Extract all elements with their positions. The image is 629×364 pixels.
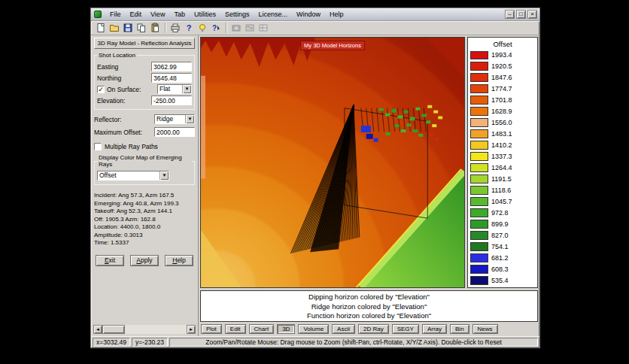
help-icon[interactable]: ? — [182, 22, 195, 34]
reflector-combobox[interactable]: Ridge ▼ — [154, 114, 195, 124]
copy-icon[interactable] — [135, 22, 147, 34]
multiple-ray-paths-label: Multiple Ray Paths — [105, 143, 158, 150]
legend-rows: 1993.41920.51847.61774.71701.81628.91556… — [470, 50, 535, 286]
legend-value: 535.4 — [491, 277, 509, 284]
legend-value: 1483.1 — [491, 130, 512, 138]
tab-volume[interactable]: Volume — [298, 324, 329, 334]
legend-color-swatch — [470, 118, 488, 127]
horizon-caption-box: Dipping horizon colored by "Elevation"Ri… — [200, 290, 538, 322]
tab-2d-ray[interactable]: 2D Ray — [358, 324, 389, 334]
main-body: 3D Ray Model - Reflection Analysis Shot … — [91, 35, 539, 336]
legend-entry: 1118.6 — [470, 184, 535, 196]
apply-button[interactable]: Apply — [130, 255, 159, 266]
menu-bar: FileEditViewTabUtilitiesSettingsLicense.… — [105, 10, 505, 19]
panel-horizontal-scrollbar[interactable]: ◄ ► — [93, 325, 196, 334]
close-button[interactable]: × — [527, 10, 537, 19]
ray-info-line: Off: 1905.3 Azm: 162.8 — [94, 216, 195, 224]
scrollbar-thumb[interactable] — [102, 325, 125, 334]
scroll-right-icon[interactable]: ► — [187, 325, 196, 334]
legend-color-swatch — [470, 163, 488, 172]
grid-icon[interactable] — [257, 22, 269, 34]
legend-value: 608.3 — [491, 265, 509, 273]
legend-title: Offset — [470, 40, 535, 48]
print-icon[interactable] — [169, 22, 181, 34]
maximize-button[interactable]: □ — [516, 10, 526, 19]
context-help-icon[interactable]: ? — [209, 22, 222, 34]
exit-button[interactable]: Exit — [96, 255, 124, 266]
paste-icon[interactable] — [148, 22, 161, 34]
tab-news[interactable]: News — [473, 324, 498, 334]
help-button[interactable]: Help — [165, 255, 193, 266]
toolbar-separator — [226, 23, 226, 33]
elevation-input[interactable] — [151, 96, 192, 105]
menu-license[interactable]: License... — [254, 10, 292, 19]
snapshot-icon[interactable] — [229, 22, 242, 34]
tab-plot[interactable]: Plot — [201, 324, 222, 334]
menu-window[interactable]: Window — [292, 10, 325, 19]
chevron-down-icon[interactable]: ▼ — [185, 115, 194, 123]
color-map-combobox[interactable]: Offset ▼ — [97, 171, 169, 180]
multiple-ray-paths-checkbox[interactable] — [94, 143, 102, 150]
legend-color-swatch — [470, 141, 488, 150]
on-surface-combobox[interactable]: Flat ▼ — [157, 84, 192, 94]
reflector-label: Reflector: — [94, 116, 121, 123]
app-icon — [94, 11, 102, 18]
easting-input[interactable] — [151, 62, 192, 71]
tab-3d[interactable]: 3D — [277, 324, 295, 334]
tab-chart[interactable]: Chart — [249, 324, 275, 334]
menu-edit[interactable]: Edit — [126, 10, 147, 19]
menu-tab[interactable]: Tab — [169, 10, 190, 19]
scrollbar-track[interactable] — [102, 325, 187, 334]
legend-value: 1410.2 — [491, 141, 512, 149]
legend-value: 1191.5 — [491, 175, 512, 183]
legend-color-swatch — [470, 242, 488, 251]
new-document-icon[interactable] — [94, 22, 107, 34]
save-icon[interactable] — [121, 22, 134, 34]
legend-color-swatch — [470, 231, 488, 240]
3d-viewport[interactable]: My 3D Model Horizons — [200, 37, 465, 288]
panel-tab-title[interactable]: 3D Ray Model - Reflection Analysis — [94, 38, 195, 49]
northing-input[interactable] — [151, 73, 192, 83]
menu-settings[interactable]: Settings — [220, 10, 254, 19]
legend-entry: 972.8 — [470, 207, 535, 218]
legend-value: 1045.7 — [491, 198, 512, 205]
left-panel: 3D Ray Model - Reflection Analysis Shot … — [91, 35, 199, 336]
ray-info-line: Location: 4400.0, 1800.0 — [94, 223, 195, 232]
legend-color-swatch — [470, 62, 488, 71]
tab-ascii[interactable]: Ascii — [332, 324, 355, 334]
on-surface-label: On Surface: — [107, 86, 141, 93]
tab-bin[interactable]: Bin — [450, 324, 469, 334]
tab-segy[interactable]: SEGY — [392, 324, 419, 334]
menu-utilities[interactable]: Utilities — [190, 10, 220, 19]
legend-value: 1993.4 — [491, 51, 512, 59]
open-folder-icon[interactable] — [108, 22, 120, 34]
legend-value: 1264.4 — [491, 164, 512, 171]
menu-help[interactable]: Help — [325, 10, 348, 19]
on-surface-checkbox[interactable]: ✓ — [97, 86, 105, 93]
reflector-value: Ridge — [155, 115, 185, 123]
legend-value: 681.2 — [491, 254, 509, 262]
ray-info-line: Takeoff: Ang 52.3, Azm 144.1 — [94, 208, 195, 216]
legend-entry: 608.3 — [470, 263, 535, 275]
legend-color-swatch — [470, 152, 488, 161]
maximum-offset-input[interactable] — [154, 127, 195, 137]
tab-array[interactable]: Array — [422, 324, 447, 334]
tab-edit[interactable]: Edit — [225, 324, 246, 334]
legend-color-swatch — [470, 129, 488, 138]
legend-entry: 535.4 — [470, 275, 535, 286]
chevron-down-icon[interactable]: ▼ — [182, 85, 191, 93]
legend-value: 754.1 — [491, 243, 509, 250]
tip-icon[interactable] — [196, 22, 208, 34]
color-map-group-label: Display Color Map of Emerging Rays — [97, 154, 192, 168]
menu-file[interactable]: File — [105, 10, 126, 19]
minimize-button[interactable]: – — [505, 10, 515, 19]
menu-view[interactable]: View — [146, 10, 169, 19]
chevron-down-icon[interactable]: ▼ — [160, 171, 169, 180]
legend-color-swatch — [470, 197, 488, 206]
legend-value: 899.9 — [491, 220, 509, 228]
scroll-left-icon[interactable]: ◄ — [93, 325, 102, 334]
palette-icon[interactable] — [243, 22, 256, 34]
legend-entry: 681.2 — [470, 252, 535, 263]
bottom-tab-bar: PlotEditChart3DVolumeAscii2D RaySEGYArra… — [200, 322, 538, 335]
legend-value: 1701.8 — [491, 96, 512, 104]
